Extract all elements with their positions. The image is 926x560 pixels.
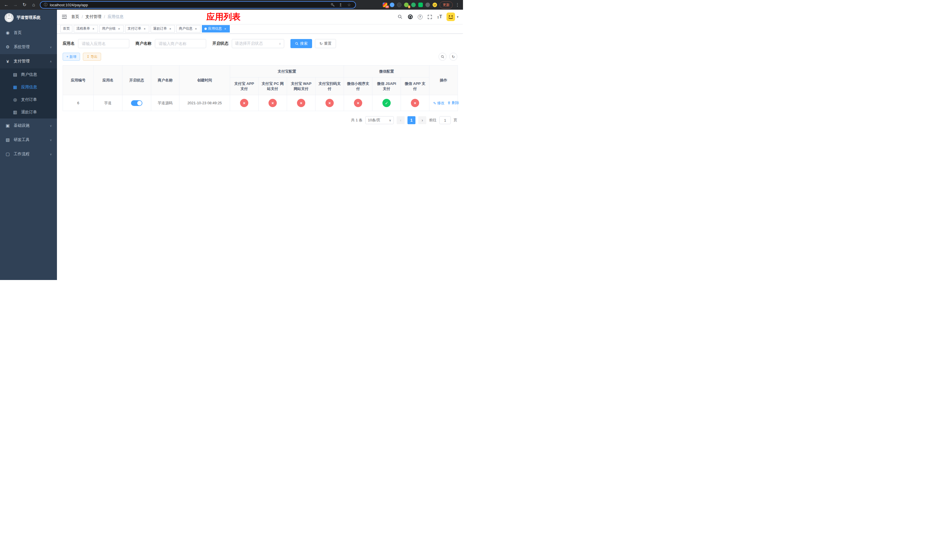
browser-update-button[interactable]: 更新 bbox=[440, 2, 453, 9]
extensions-row: 10 1 更新 ⋮ bbox=[383, 2, 460, 9]
breadcrumb-separator: / bbox=[104, 15, 105, 19]
extension-icon[interactable]: 1 bbox=[404, 3, 409, 7]
export-button[interactable]: ↧ 导出 bbox=[83, 53, 101, 61]
pagination: 共 1 条 10条/页 ∨ ‹ 1 › 前往 页 bbox=[63, 116, 457, 124]
sidebar-item-app-info[interactable]: ▦ 应用信息 bbox=[0, 81, 57, 94]
chevron-down-icon: ∨ bbox=[389, 118, 391, 122]
browser-forward-icon[interactable]: → bbox=[12, 3, 18, 7]
search-icon[interactable] bbox=[397, 14, 403, 20]
next-page-button[interactable]: › bbox=[418, 116, 426, 124]
add-button[interactable]: + 新增 bbox=[63, 53, 80, 61]
close-icon[interactable]: × bbox=[117, 27, 121, 31]
sidebar-item-refund-order[interactable]: ▥ 退款订单 bbox=[0, 106, 57, 118]
navbar-actions: ? TT ▾ bbox=[397, 12, 458, 21]
page-size-select[interactable]: 10条/页 ∨ bbox=[365, 116, 394, 124]
sidebar-item-system[interactable]: ⚙ 系统管理 ∨ bbox=[0, 40, 57, 54]
tab-process-form[interactable]: 流程表单 × bbox=[74, 25, 98, 32]
sidebar-item-label: 支付订单 bbox=[21, 97, 37, 102]
sidebar-item-label: 应用信息 bbox=[21, 85, 37, 90]
extension-icon[interactable]: 10 bbox=[383, 3, 387, 7]
edit-button[interactable]: ✎ 修改 bbox=[433, 101, 445, 106]
user-menu[interactable]: ▾ bbox=[446, 12, 458, 21]
breadcrumb-separator: / bbox=[82, 15, 83, 19]
sidebar-item-home[interactable]: ◉ 首页 bbox=[0, 26, 57, 40]
config-status-icon: × bbox=[268, 99, 277, 107]
sidebar-item-payment[interactable]: ¥ 支付管理 ∧ bbox=[0, 54, 57, 68]
tab-pay-order[interactable]: 支付订单 × bbox=[125, 25, 149, 32]
tab-user-group[interactable]: 用户分组 × bbox=[99, 25, 124, 32]
sidebar-item-pay-order[interactable]: ◎ 支付订单 bbox=[0, 94, 57, 106]
chevron-up-icon: ∧ bbox=[50, 60, 52, 63]
extension-icon[interactable] bbox=[411, 3, 416, 7]
hamburger-icon[interactable] bbox=[62, 14, 67, 20]
table-row: 6 芋道 芋道源码 2021-10-23 08:49:25 × × × × × … bbox=[63, 95, 458, 111]
goto-page-input[interactable] bbox=[439, 116, 451, 124]
tab-app-info[interactable]: 应用信息 × bbox=[202, 25, 230, 32]
status-select[interactable]: 请选择开启状态 ∨ bbox=[232, 39, 284, 48]
extension-icon[interactable] bbox=[397, 3, 401, 7]
chevron-down-icon: ∨ bbox=[50, 124, 52, 127]
browser-menu-icon[interactable]: ⋮ bbox=[455, 2, 460, 8]
sidebar-item-workflow[interactable]: ▢ 工作流程 ∨ bbox=[0, 147, 57, 161]
puzzle-icon[interactable] bbox=[425, 3, 430, 7]
tab-home[interactable]: 首页 bbox=[61, 25, 72, 32]
refresh-table-icon[interactable]: ↻ bbox=[449, 53, 457, 61]
page-title: 应用列表 bbox=[206, 11, 241, 23]
app-table: 应用编号 应用名 开启状态 商户名称 创建时间 支付宝配置 微信配置 操作 支付… bbox=[63, 65, 458, 111]
config-status-icon: × bbox=[240, 99, 248, 107]
app-name-input[interactable] bbox=[78, 39, 129, 48]
close-icon[interactable]: × bbox=[168, 27, 172, 31]
font-size-icon[interactable]: TT bbox=[437, 14, 442, 20]
delete-button[interactable]: 删除 bbox=[447, 100, 459, 105]
sidebar-item-label: 商户信息 bbox=[21, 72, 37, 77]
breadcrumb-home[interactable]: 首页 bbox=[71, 14, 79, 20]
close-icon[interactable]: × bbox=[194, 27, 198, 31]
breadcrumb-payment[interactable]: 支付管理 bbox=[85, 14, 101, 20]
help-icon[interactable]: ? bbox=[418, 15, 422, 20]
page-number-button[interactable]: 1 bbox=[407, 116, 415, 124]
col-wx-jsapi: 微信 JSAPI 支付 bbox=[372, 77, 401, 95]
cell-app-id: 6 bbox=[63, 95, 94, 111]
sidebar-item-dev-tools[interactable]: ▧ 研发工具 ∨ bbox=[0, 133, 57, 147]
sidebar-item-infrastructure[interactable]: ▣ 基础设施 ∨ bbox=[0, 118, 57, 133]
close-icon[interactable]: × bbox=[223, 27, 227, 31]
reset-button[interactable]: ↻ 重置 bbox=[315, 39, 336, 48]
merchant-name-input[interactable] bbox=[155, 39, 206, 48]
share-icon[interactable]: ↥ bbox=[338, 3, 343, 7]
sidebar-item-label: 支付管理 bbox=[14, 59, 30, 64]
toggle-search-icon[interactable] bbox=[439, 53, 446, 61]
close-icon[interactable]: × bbox=[143, 27, 147, 31]
bookmark-star-icon[interactable]: ☆ bbox=[346, 3, 352, 7]
address-bar[interactable]: ⓘ localhost:1024/pay/app ↥ ☆ bbox=[40, 1, 356, 9]
profile-avatar[interactable] bbox=[433, 3, 437, 7]
search-button[interactable]: 搜索 bbox=[291, 39, 312, 48]
chevron-down-icon: ∨ bbox=[50, 45, 52, 49]
browser-reload-icon[interactable]: ↻ bbox=[22, 3, 27, 7]
goto-unit-label: 页 bbox=[454, 118, 457, 123]
sidebar-item-label: 工作流程 bbox=[14, 151, 30, 157]
key-icon[interactable] bbox=[331, 3, 335, 7]
close-icon[interactable]: × bbox=[91, 27, 95, 31]
tab-merchant-info[interactable]: 商户信息 × bbox=[176, 25, 200, 32]
site-info-icon[interactable]: ⓘ bbox=[44, 2, 48, 8]
extension-icon[interactable] bbox=[390, 3, 394, 7]
col-status: 开启状态 bbox=[123, 65, 151, 95]
col-actions: 操作 bbox=[430, 65, 458, 95]
browser-home-icon[interactable]: ⌂ bbox=[31, 3, 36, 7]
extension-icon[interactable] bbox=[418, 3, 423, 7]
fullscreen-icon[interactable] bbox=[427, 14, 433, 20]
col-wx-mini: 微信小程序支付 bbox=[344, 77, 372, 95]
avatar bbox=[446, 12, 455, 21]
config-status-icon: × bbox=[354, 99, 362, 107]
status-toggle[interactable] bbox=[131, 100, 142, 106]
github-icon[interactable] bbox=[407, 14, 413, 20]
chevron-down-icon: ∨ bbox=[50, 138, 52, 142]
col-alipay-pc: 支付宝 PC 网站支付 bbox=[259, 77, 287, 95]
chevron-down-icon: ∨ bbox=[50, 153, 52, 156]
prev-page-button[interactable]: ‹ bbox=[396, 116, 405, 124]
sidebar-item-merchant-info[interactable]: ▤ 商户信息 bbox=[0, 68, 57, 81]
app-logo-row[interactable]: 芋道管理系统 bbox=[0, 10, 57, 26]
tab-refund-order[interactable]: 退款订单 × bbox=[151, 25, 175, 32]
browser-back-icon[interactable]: ← bbox=[3, 3, 9, 7]
sidebar-item-label: 基础设施 bbox=[14, 123, 30, 128]
